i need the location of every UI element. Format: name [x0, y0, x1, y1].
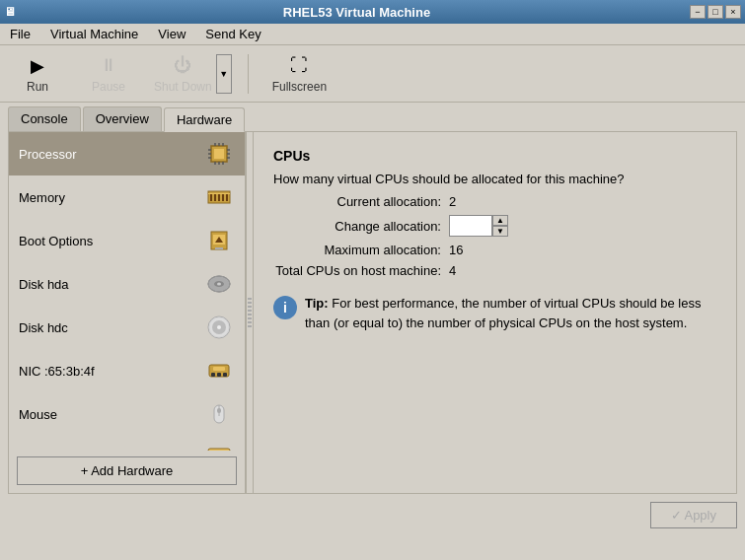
spinbox-buttons: ▲ ▼ — [492, 215, 508, 237]
mouse-icon — [203, 398, 235, 430]
change-allocation-row: Change allocation: 2 ▲ ▼ — [273, 215, 716, 237]
svg-rect-18 — [222, 193, 224, 201]
run-button[interactable]: ▶ Run — [8, 50, 67, 98]
total-cpus-row: Total CPUs on host machine: 4 — [273, 263, 716, 278]
title-bar: 🖥 RHEL53 Virtual Machine − □ × — [0, 0, 745, 24]
window-title: RHEL53 Virtual Machine — [24, 5, 690, 20]
tip-text: Tip: For best performance, the number of… — [305, 294, 716, 332]
apply-button[interactable]: ✓ Apply — [650, 502, 737, 528]
maximize-button[interactable]: □ — [708, 5, 723, 19]
total-cpus-label: Total CPUs on host machine: — [273, 263, 441, 278]
allocation-input[interactable]: 2 — [449, 215, 492, 237]
sidebar-item-boot-options[interactable]: Boot Options — [9, 219, 245, 262]
maximum-allocation-row: Maximum allocation: 16 — [273, 243, 716, 257]
hardware-sidebar: Processor — [9, 132, 246, 451]
sidebar-disk-hdc-label: Disk hdc — [19, 320, 203, 335]
svg-point-28 — [217, 283, 221, 286]
bottom-bar: ✓ Apply — [0, 494, 745, 536]
fullscreen-label: Fullscreen — [272, 80, 327, 94]
sidebar-item-mouse[interactable]: Mouse — [9, 392, 245, 436]
shutdown-dropdown-button[interactable]: ▼ — [216, 54, 232, 94]
window-controls: − □ × — [690, 5, 741, 19]
fullscreen-button[interactable]: ⛶ Fullscreen — [264, 50, 335, 98]
svg-rect-15 — [210, 193, 212, 201]
run-label: Run — [27, 80, 48, 94]
sidebar-bottom: + Add Hardware — [9, 451, 245, 493]
sidebar-boot-label: Boot Options — [19, 234, 203, 248]
sidebar-item-memory[interactable]: Memory — [9, 175, 245, 219]
disk-hda-icon — [203, 268, 235, 300]
pause-button[interactable]: ⏸ Pause — [79, 50, 138, 98]
svg-rect-19 — [226, 193, 228, 201]
close-button[interactable]: × — [725, 5, 741, 19]
shutdown-group: ⏻ Shut Down ▼ — [150, 50, 232, 98]
boot-options-icon — [203, 225, 235, 256]
menu-send-key[interactable]: Send Key — [199, 25, 266, 43]
menu-virtual-machine[interactable]: Virtual Machine — [44, 25, 144, 43]
sidebar-item-display[interactable]: Display — [9, 436, 245, 451]
panel-divider — [246, 132, 254, 493]
sidebar-processor-label: Processor — [19, 147, 203, 162]
hardware-main-panel: CPUs How many virtual CPUs should be all… — [254, 132, 736, 493]
svg-rect-34 — [211, 373, 215, 377]
tip-icon: i — [273, 296, 297, 319]
shutdown-button[interactable]: ⏻ Shut Down — [150, 50, 216, 98]
menu-bar: File Virtual Machine View Send Key — [0, 24, 745, 45]
spinbox-decrement-button[interactable]: ▼ — [492, 226, 508, 237]
total-cpus-value: 4 — [449, 263, 456, 278]
spinbox-increment-button[interactable]: ▲ — [492, 215, 508, 226]
display-icon — [203, 442, 235, 451]
window-icon: 🖥 — [4, 5, 16, 19]
svg-rect-36 — [223, 373, 227, 377]
svg-rect-23 — [215, 247, 223, 249]
pause-label: Pause — [92, 80, 125, 94]
current-allocation-value: 2 — [449, 194, 456, 209]
fullscreen-icon: ⛶ — [287, 54, 311, 78]
memory-icon — [203, 181, 235, 213]
allocation-spinbox: 2 ▲ ▼ — [449, 215, 508, 237]
sidebar-mouse-label: Mouse — [19, 407, 203, 422]
tip-box: i Tip: For best performance, the number … — [273, 294, 716, 332]
divider-grip — [248, 298, 252, 327]
tab-overview[interactable]: Overview — [83, 106, 162, 131]
sidebar-item-disk-hda[interactable]: Disk hda — [9, 262, 245, 306]
sidebar-item-processor[interactable]: Processor — [9, 132, 245, 175]
sidebar-nic-label: NIC :65:3b:4f — [19, 364, 203, 379]
svg-rect-20 — [208, 193, 230, 194]
svg-rect-1 — [214, 149, 224, 159]
toolbar-separator — [248, 54, 249, 94]
disk-hdc-icon — [203, 312, 235, 343]
svg-rect-37 — [213, 367, 225, 371]
svg-rect-16 — [214, 193, 216, 201]
svg-rect-40 — [217, 408, 221, 413]
tab-console[interactable]: Console — [8, 106, 81, 131]
shutdown-label: Shut Down — [154, 80, 212, 94]
minimize-button[interactable]: − — [690, 5, 706, 19]
svg-rect-17 — [218, 193, 220, 201]
pause-icon: ⏸ — [97, 54, 120, 78]
tip-content: For best performance, the number of virt… — [305, 296, 702, 330]
menu-view[interactable]: View — [152, 25, 191, 43]
menu-file[interactable]: File — [4, 25, 37, 43]
maximum-allocation-value: 16 — [449, 243, 463, 257]
run-icon: ▶ — [26, 54, 49, 78]
content-area: Processor — [8, 131, 737, 494]
app-window: 🖥 RHEL53 Virtual Machine − □ × File Virt… — [0, 0, 745, 560]
section-title: CPUs — [273, 148, 716, 164]
maximum-allocation-label: Maximum allocation: — [273, 243, 441, 257]
tabs-container: Console Overview Hardware — [0, 103, 745, 131]
section-description: How many virtual CPUs should be allocate… — [273, 172, 716, 186]
sidebar-memory-label: Memory — [19, 190, 203, 205]
sidebar-item-nic[interactable]: NIC :65:3b:4f — [9, 349, 245, 392]
change-allocation-label: Change allocation: — [273, 219, 441, 234]
add-hardware-button[interactable]: + Add Hardware — [17, 456, 237, 485]
current-allocation-label: Current allocation: — [273, 194, 441, 209]
sidebar-item-disk-hdc[interactable]: Disk hdc — [9, 306, 245, 349]
shutdown-icon: ⏻ — [171, 54, 194, 78]
current-allocation-row: Current allocation: 2 — [273, 194, 716, 209]
toolbar: ▶ Run ⏸ Pause ⏻ Shut Down ▼ ⛶ Fullscreen — [0, 45, 745, 103]
tab-hardware[interactable]: Hardware — [164, 107, 245, 132]
svg-rect-35 — [217, 373, 221, 377]
nic-icon — [203, 355, 235, 386]
processor-icon — [203, 138, 235, 170]
